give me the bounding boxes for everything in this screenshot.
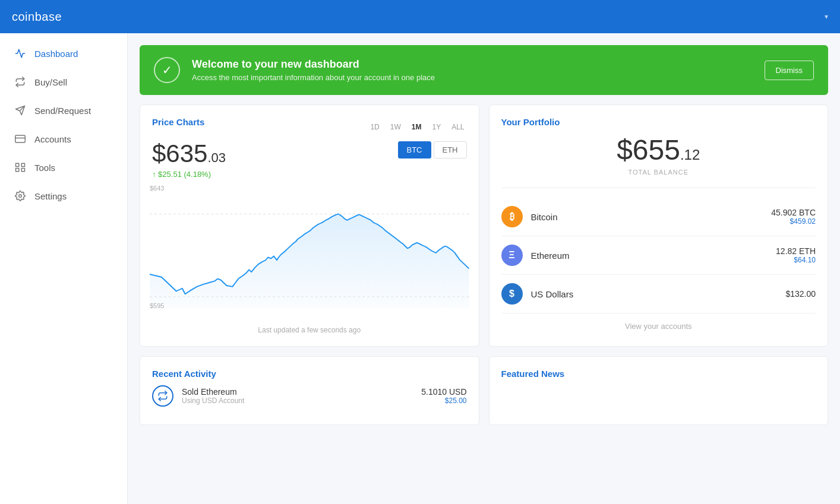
btc-secondary: $459.02 [771,217,816,226]
tools-icon [14,161,26,173]
time-btn-1w[interactable]: 1W [388,122,403,132]
activity-sub: Using USD Account [182,397,244,405]
usd-primary: $132.00 [785,289,816,299]
sidebar-item-accounts[interactable]: Accounts [0,125,127,153]
eth-primary: 12.82 ETH [776,246,816,256]
recent-activity-title: Recent Activity [152,369,216,379]
portfolio-title: Your Portfolio [501,117,560,127]
btc-price: $635.03 [152,141,226,166]
time-btn-1m[interactable]: 1M [409,122,424,132]
content-area: ✓ Welcome to your new dashboard Access t… [128,33,840,504]
price-change: ↑ $25.51 (4.18%) [152,170,226,179]
asset-row-btc: ₿ Bitcoin 45.902 BTC $459.02 [501,198,816,236]
header: coinbase ▾ [0,0,840,33]
time-btn-1y[interactable]: 1Y [430,122,443,132]
chart-footer: Last updated a few seconds ago [152,326,467,334]
price-charts-card: Price Charts 1D 1W 1M 1Y ALL $635.03 [140,104,479,347]
svg-rect-4 [16,163,19,166]
sidebar-item-settings[interactable]: Settings [0,182,127,210]
time-btn-1d[interactable]: 1D [368,122,381,132]
activity-primary: 5.1010 USD [421,387,466,397]
total-balance-label: TOTAL BALANCE [501,169,816,176]
sidebar-item-label-accounts: Accounts [34,134,71,144]
credit-card-icon [14,133,26,145]
portfolio-card: Your Portfolio $655.12 TOTAL BALANCE ₿ B… [489,104,829,347]
price-chart-area: $643 [150,185,469,321]
sidebar-item-dashboard[interactable]: Dashboard [0,39,127,68]
portfolio-amount: $655.12 [501,134,816,166]
welcome-banner: ✓ Welcome to your new dashboard Access t… [140,45,828,95]
sidebar-item-label-tools: Tools [34,163,55,173]
view-accounts-link[interactable]: View your accounts [501,313,816,331]
time-filters: 1D 1W 1M 1Y ALL [368,122,466,132]
svg-rect-6 [16,169,19,172]
btc-name: Bitcoin [531,212,763,222]
eth-value: 12.82 ETH $64.10 [776,246,816,264]
activity-icon [14,47,26,59]
main-grid: Price Charts 1D 1W 1M 1Y ALL $635.03 [140,104,828,347]
sidebar-item-label-buysell: Buy/Sell [34,77,67,87]
portfolio-balance: $655.12 TOTAL BALANCE [501,128,816,188]
welcome-text: Welcome to your new dashboard Access the… [192,58,435,82]
btc-icon: ₿ [501,206,523,227]
usd-name: US Dollars [531,289,778,299]
sidebar-item-label-sendrequest: Send/Request [34,106,91,116]
eth-toggle[interactable]: ETH [434,141,467,159]
activity-refresh-icon [152,385,173,407]
activity-desc: Sold Ethereum Using USD Account [182,387,244,405]
header-chevron-icon: ▾ [825,12,828,21]
activity-amount: 5.1010 USD $25.00 [421,387,466,405]
logo: coinbase [12,10,62,24]
activity-row: Sold Ethereum Using USD Account 5.1010 U… [152,379,467,413]
price-chart-header: Price Charts 1D 1W 1M 1Y ALL [152,117,467,137]
chart-low-label: $595 [150,302,164,309]
featured-news-card: Featured News [489,356,829,425]
asset-row-eth: Ξ Ethereum 12.82 ETH $64.10 [501,236,816,275]
settings-icon [14,190,26,202]
dismiss-button[interactable]: Dismiss [765,61,814,80]
currency-toggles: BTC ETH [398,141,467,159]
activity-title: Sold Ethereum [182,387,244,397]
send-icon [14,104,26,116]
svg-rect-2 [15,135,26,142]
eth-icon: Ξ [501,245,523,266]
price-charts-title: Price Charts [152,117,204,127]
featured-news-title: Featured News [501,369,565,379]
refresh-icon [14,76,26,88]
main-layout: Dashboard Buy/Sell Send/Request [0,33,840,504]
welcome-subtitle: Access the most important information ab… [192,73,435,82]
recent-activity-card: Recent Activity Sold Ethereum Using USD … [140,356,479,425]
bottom-grid: Recent Activity Sold Ethereum Using USD … [140,356,828,425]
chart-high-label: $643 [150,185,164,192]
sidebar-item-tools[interactable]: Tools [0,153,127,182]
portfolio-dollars: $655 [617,134,680,166]
usd-icon: $ [501,283,523,305]
btc-value: 45.902 BTC $459.02 [771,208,816,226]
sidebar-item-sendrequest[interactable]: Send/Request [0,96,127,125]
welcome-title: Welcome to your new dashboard [192,58,435,71]
sidebar-item-label-dashboard: Dashboard [34,49,78,59]
btc-primary: 45.902 BTC [771,208,816,217]
portfolio-cents: .12 [680,147,700,163]
svg-rect-7 [21,169,24,172]
btc-toggle[interactable]: BTC [398,141,431,159]
usd-value: $132.00 [785,289,816,299]
time-btn-all[interactable]: ALL [449,122,466,132]
sidebar-item-buysell[interactable]: Buy/Sell [0,68,127,96]
price-dollars: $635 [152,140,207,167]
svg-rect-5 [21,163,24,166]
sidebar: Dashboard Buy/Sell Send/Request [0,33,128,504]
svg-point-8 [19,195,22,198]
asset-row-usd: $ US Dollars $132.00 [501,275,816,313]
activity-secondary: $25.00 [421,397,466,405]
sidebar-item-label-settings: Settings [34,191,67,201]
welcome-check-icon: ✓ [154,57,180,83]
price-cents: .03 [207,150,226,165]
eth-secondary: $64.10 [776,256,816,264]
eth-name: Ethereum [531,251,768,261]
